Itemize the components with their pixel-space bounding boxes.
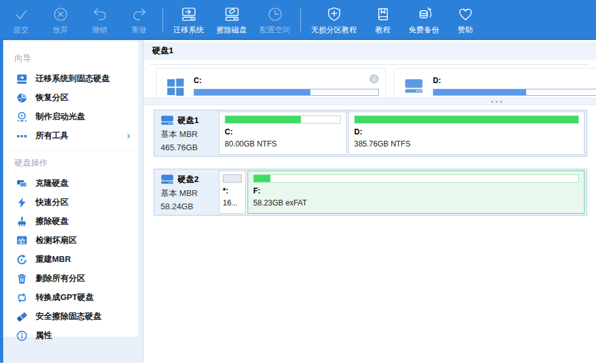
sidebar-item-quick-partition[interactable]: 快速分区 — [3, 193, 138, 212]
disk-size: 465.76GB — [161, 143, 217, 152]
sidebar-item-all-tools[interactable]: 所有工具 › — [3, 126, 138, 145]
partition-block-d[interactable]: D: 385.76GB NTFS — [348, 112, 585, 155]
sidebar-item-label: 擦除硬盘 — [36, 216, 69, 227]
rebuild-mbr-icon — [17, 254, 27, 265]
partition-usage-bar — [223, 174, 242, 183]
chevron-right-icon: › — [127, 130, 130, 141]
disk-size: 58.24GB — [161, 202, 217, 211]
sidebar-item-clone-disk[interactable]: 克隆硬盘 — [3, 174, 138, 193]
partition-usage-bar — [354, 115, 579, 124]
migrate-system-disk-icon — [180, 6, 197, 23]
free-backup-icon — [416, 6, 433, 23]
discard-label: 放弃 — [53, 25, 68, 36]
undo-arrow-icon — [91, 6, 109, 23]
sidebar-item-label: 克隆硬盘 — [36, 178, 69, 189]
sidebar-section-disk-ops-title: 硬盘操作 — [3, 153, 138, 174]
migrate-system-label: 迁移系统 — [173, 25, 204, 36]
overview-usage-bar — [194, 89, 379, 96]
main-area: 硬盘1 C: i — [143, 40, 596, 363]
sidebar-item-rebuild-mbr[interactable]: 重建MBR — [3, 250, 138, 269]
discard-circle-x-icon — [52, 6, 69, 23]
partition-label: D: — [354, 127, 579, 136]
sidebar-item-secure-erase-ssd[interactable]: 安全擦除固态硬盘 — [3, 307, 138, 326]
splitter-handle[interactable] — [143, 98, 596, 105]
disk-style: 基本 MBR — [161, 129, 217, 140]
sidebar-item-properties[interactable]: 属性 — [3, 326, 138, 345]
partition-block-unallocated[interactable]: *: 16... — [219, 171, 246, 214]
sidebar-item-convert-to-gpt[interactable]: 转换成GPT硬盘 — [3, 288, 138, 307]
toolbar-separator — [300, 8, 301, 32]
overview-card-d[interactable]: D: — [394, 68, 596, 98]
erase-disk-icon — [223, 6, 241, 23]
disk-style: 基本 MBR — [161, 188, 217, 199]
secure-erase-ssd-icon — [17, 311, 27, 322]
commit-button[interactable]: 提交 — [1, 3, 41, 36]
disk1-info[interactable]: 硬盘1 基本 MBR 465.76GB — [156, 112, 217, 155]
free-backup-button[interactable]: 免费备份 — [402, 3, 446, 36]
all-tools-icon — [17, 131, 27, 141]
info-icon[interactable]: i — [369, 74, 379, 84]
disk-drive-icon — [404, 79, 423, 94]
migrate-system-button[interactable]: 迁移系统 — [167, 3, 210, 36]
disk-name: 硬盘1 — [178, 115, 199, 126]
redo-arrow-icon — [131, 6, 148, 23]
toolbar-separator — [162, 8, 163, 32]
delete-all-partitions-icon — [17, 273, 27, 284]
partition-tutorial-shield-icon — [326, 6, 343, 23]
partition-info: 58.23GB exFAT — [253, 198, 579, 207]
sidebar-item-delete-all-partitions[interactable]: 删除所有分区 — [3, 269, 138, 288]
divider — [150, 64, 590, 65]
migrate-os-to-ssd-icon — [17, 74, 27, 84]
sidebar-item-check-bad-sectors[interactable]: 检测坏扇区 — [3, 231, 138, 250]
partition-block-c[interactable]: C: 80.00GB NTFS — [219, 112, 347, 155]
sponsor-label: 赞助 — [458, 25, 473, 36]
sidebar-item-label: 迁移系统到固态硬盘 — [36, 73, 110, 84]
sponsor-heart-icon — [457, 6, 474, 23]
sidebar-item-make-bootable-disc[interactable]: 制作启动光盘 — [3, 107, 138, 126]
quick-partition-icon — [17, 197, 27, 208]
partition-info: 80.00GB NTFS — [225, 140, 341, 148]
discard-button[interactable]: 放弃 — [41, 3, 80, 36]
disk-tab-strip: 硬盘1 — [143, 42, 596, 60]
overview-usage-bar — [433, 89, 596, 96]
properties-info-icon — [17, 330, 27, 341]
disk2-info[interactable]: 硬盘2 基本 MBR 58.24GB — [156, 171, 217, 214]
bootable-disc-icon — [17, 112, 27, 122]
sidebar-item-migrate-os-to-ssd[interactable]: 迁移系统到固态硬盘 — [3, 69, 138, 88]
sidebar-item-label: 属性 — [36, 330, 52, 341]
sidebar: 向导 迁移系统到固态硬盘 恢复分区 制作启动光盘 所有工具 › 硬盘操作 — [3, 40, 143, 363]
allocate-space-clock-icon — [267, 6, 284, 23]
redo-button[interactable]: 重做 — [119, 3, 159, 36]
splitter-dots-icon — [491, 101, 502, 103]
tutorial-book-icon — [374, 6, 392, 23]
partition-label: C: — [225, 127, 341, 136]
windows-logo-icon — [167, 79, 184, 96]
commit-check-icon — [13, 6, 30, 23]
sidebar-item-recover-partition[interactable]: 恢复分区 — [3, 88, 138, 107]
partition-info: 385.76GB NTFS — [354, 140, 579, 148]
partition-block-f-selected[interactable]: F: 58.23GB exFAT — [248, 171, 585, 214]
sidebar-item-wipe-disk[interactable]: 擦除硬盘 — [3, 212, 138, 231]
partition-tutorial-button[interactable]: 无损分区教程 — [305, 3, 363, 36]
undo-label: 撤销 — [92, 25, 107, 36]
undo-button[interactable]: 撤销 — [80, 3, 119, 36]
disk-list: 硬盘1 基本 MBR 465.76GB C: 80.00GB NTFS D: 3… — [143, 105, 596, 363]
volume-overview-strip: C: i D: — [143, 68, 596, 98]
sidebar-item-label: 所有工具 — [36, 130, 69, 141]
disk-icon — [161, 115, 174, 126]
partition-usage-bar — [253, 174, 579, 183]
partition-label: *: — [223, 186, 242, 195]
erase-disk-label: 擦除磁盘 — [216, 25, 247, 36]
tutorial-button[interactable]: 教程 — [363, 3, 402, 36]
sponsor-button[interactable]: 赞助 — [446, 3, 485, 36]
overview-card-c[interactable]: C: i — [156, 68, 386, 98]
disk-row-2: 硬盘2 基本 MBR 58.24GB *: 16... F: 58.23GB e… — [154, 169, 587, 216]
sidebar-item-label: 制作启动光盘 — [36, 111, 85, 122]
sidebar-item-label: 重建MBR — [36, 254, 71, 265]
disk-tab-hdd1[interactable]: 硬盘1 — [152, 45, 173, 56]
erase-disk-button[interactable]: 擦除磁盘 — [210, 3, 253, 36]
allocate-space-button[interactable]: 配置空间 — [253, 3, 296, 36]
disk-icon — [161, 174, 174, 185]
allocate-space-label: 配置空间 — [260, 25, 290, 36]
sidebar-item-label: 检测坏扇区 — [36, 235, 77, 246]
